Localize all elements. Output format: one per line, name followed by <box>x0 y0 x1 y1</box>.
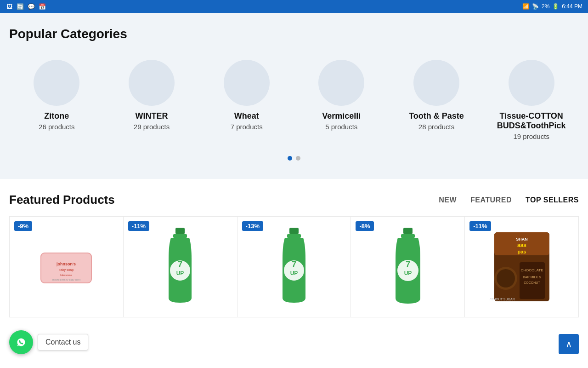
battery-icon: 🔋 <box>552 3 559 10</box>
svg-rect-28 <box>520 262 545 299</box>
product-card-0[interactable]: -9% johnson's baby soap blossoms enriche… <box>9 216 124 317</box>
svg-text:CHOCOLATE: CHOCOLATE <box>520 268 543 272</box>
time-display: 6:44 PM <box>562 3 582 10</box>
svg-rect-7 <box>173 234 187 238</box>
svg-rect-12 <box>287 234 301 238</box>
carousel-dots <box>9 156 579 161</box>
svg-text:7: 7 <box>406 260 410 269</box>
featured-title: Featured Products <box>9 193 115 207</box>
discount-badge-4: -11% <box>469 221 491 231</box>
discount-badge-1: -11% <box>128 221 149 231</box>
scroll-top-button[interactable]: ∧ <box>559 334 579 354</box>
carousel-dot-2[interactable] <box>296 156 300 161</box>
category-item-tooth-paste[interactable]: Tooth & Paste 28 products <box>389 55 484 145</box>
category-item-wheat[interactable]: Wheat 7 products <box>199 55 294 145</box>
wifi-icon: 📶 <box>522 3 529 10</box>
popular-categories-title: Popular Categories <box>9 27 579 41</box>
svg-text:7: 7 <box>178 260 182 269</box>
product-image-3: 7 UP <box>351 218 464 315</box>
contact-label[interactable]: Contact us <box>38 334 88 351</box>
product-image-2: 7 UP <box>237 218 351 315</box>
category-item-tissue[interactable]: Tissue-COTTON BUDS&ToothPick 19 products <box>484 55 579 145</box>
product-image-1: 7 UP <box>124 218 237 315</box>
category-item-vermicelli[interactable]: Vermicelli 5 products <box>294 55 389 145</box>
svg-rect-11 <box>289 228 299 234</box>
signal-icon: 📡 <box>532 3 539 10</box>
product-card-3[interactable]: -8% 7 UP <box>351 216 465 317</box>
product-card-4[interactable]: -11% SHAN aas pas CHOCOLATE BAR MILK & C… <box>465 216 579 317</box>
calendar-icon: 📅 <box>39 3 46 10</box>
svg-text:7: 7 <box>292 260 296 269</box>
product-image-4: SHAN aas pas CHOCOLATE BAR MILK & COCONU… <box>465 218 578 315</box>
svg-text:UP: UP <box>176 270 184 276</box>
whatsapp-icon[interactable] <box>9 330 33 354</box>
battery-text: 2% <box>542 3 549 10</box>
category-icon-wheat <box>224 60 270 106</box>
category-icon-tooth-paste <box>413 60 459 106</box>
category-icon-tissue <box>509 60 554 106</box>
tab-new[interactable]: NEW <box>439 196 457 204</box>
svg-text:enriched with N° baby scent: enriched with N° baby scent <box>52 278 81 281</box>
discount-badge-2: -13% <box>242 221 263 231</box>
svg-rect-6 <box>175 228 185 234</box>
status-bar-left: 🖼 🔄 💬 📅 <box>6 3 46 10</box>
category-icon-winter <box>129 60 175 106</box>
sync-icon: 🔄 <box>17 3 24 10</box>
product-card-2[interactable]: -13% 7 UP <box>237 216 351 317</box>
categories-grid: Zitone 26 products WINTER 29 products Wh… <box>9 55 579 145</box>
svg-text:WITHOUT SUGAR: WITHOUT SUGAR <box>490 298 515 301</box>
product-tabs: NEW FEATURED TOP SELLERS <box>439 196 579 204</box>
svg-text:blossoms: blossoms <box>61 274 72 276</box>
popular-categories-section: Popular Categories Zitone 26 products WI… <box>0 13 588 179</box>
product-image-0: johnson's baby soap blossoms enriched wi… <box>10 218 123 315</box>
tab-featured[interactable]: FEATURED <box>470 196 512 204</box>
status-bar-right: 📶 📡 2% 🔋 6:44 PM <box>522 3 582 10</box>
svg-text:SHAN: SHAN <box>516 237 528 242</box>
svg-text:pas: pas <box>517 249 526 254</box>
svg-text:UP: UP <box>404 270 412 276</box>
products-row: -9% johnson's baby soap blossoms enriche… <box>9 216 579 317</box>
gallery-icon: 🖼 <box>6 3 13 10</box>
svg-text:aas: aas <box>517 242 526 248</box>
svg-text:COCONUT: COCONUT <box>524 281 540 284</box>
status-bar: 🖼 🔄 💬 📅 📶 📡 2% 🔋 6:44 PM <box>0 0 588 13</box>
category-item-zitone[interactable]: Zitone 26 products <box>9 55 104 145</box>
chevron-up-icon: ∧ <box>565 339 572 350</box>
category-icon-zitone <box>34 60 79 106</box>
category-item-winter[interactable]: WINTER 29 products <box>104 55 199 145</box>
discount-badge-3: -8% <box>356 221 373 231</box>
carousel-dot-1[interactable] <box>288 156 292 161</box>
whatsapp-status-icon: 💬 <box>28 3 35 10</box>
category-icon-vermicelli <box>318 60 364 106</box>
svg-text:BAR MILK &: BAR MILK & <box>523 276 541 279</box>
svg-text:johnson's: johnson's <box>56 262 76 266</box>
svg-rect-16 <box>403 228 413 234</box>
featured-header: Featured Products NEW FEATURED TOP SELLE… <box>9 193 579 207</box>
svg-rect-17 <box>401 234 415 238</box>
featured-products-section: Featured Products NEW FEATURED TOP SELLE… <box>0 179 588 327</box>
discount-badge-0: -9% <box>14 221 32 231</box>
svg-point-27 <box>497 269 515 288</box>
product-card-1[interactable]: -11% 7 UP <box>124 216 237 317</box>
tab-top-sellers[interactable]: TOP SELLERS <box>526 196 579 204</box>
svg-text:UP: UP <box>290 270 298 276</box>
contact-button-group[interactable]: Contact us <box>9 330 88 354</box>
svg-text:baby soap: baby soap <box>59 268 74 272</box>
